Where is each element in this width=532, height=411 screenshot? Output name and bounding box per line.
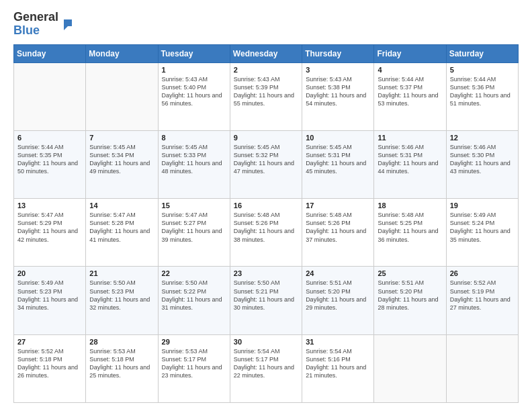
cell-date-number: 1 (162, 66, 226, 74)
cell-info-text: Sunrise: 5:48 AM Sunset: 5:26 PM Dayligh… (234, 211, 298, 244)
cell-info-text: Sunrise: 5:49 AM Sunset: 5:24 PM Dayligh… (450, 211, 515, 244)
weekday-header-wednesday: Wednesday (230, 44, 302, 62)
cell-date-number: 9 (234, 134, 298, 142)
calendar-cell: 7Sunrise: 5:45 AM Sunset: 5:34 PM Daylig… (86, 130, 158, 198)
calendar-cell (446, 334, 518, 402)
weekday-header-thursday: Thursday (302, 44, 374, 62)
calendar-cell: 11Sunrise: 5:46 AM Sunset: 5:31 PM Dayli… (374, 130, 446, 198)
logo-text: General Blue (13, 11, 58, 38)
cell-info-text: Sunrise: 5:45 AM Sunset: 5:33 PM Dayligh… (162, 143, 226, 176)
cell-info-text: Sunrise: 5:51 AM Sunset: 5:20 PM Dayligh… (306, 279, 370, 312)
weekday-header-friday: Friday (374, 44, 446, 62)
cell-info-text: Sunrise: 5:47 AM Sunset: 5:27 PM Dayligh… (162, 211, 226, 244)
week-row-4: 20Sunrise: 5:49 AM Sunset: 5:23 PM Dayli… (14, 267, 519, 334)
calendar-cell: 19Sunrise: 5:49 AM Sunset: 5:24 PM Dayli… (446, 199, 518, 267)
calendar-cell: 16Sunrise: 5:48 AM Sunset: 5:26 PM Dayli… (230, 199, 302, 267)
cell-info-text: Sunrise: 5:43 AM Sunset: 5:38 PM Dayligh… (306, 75, 370, 108)
cell-info-text: Sunrise: 5:44 AM Sunset: 5:36 PM Dayligh… (450, 75, 515, 108)
cell-info-text: Sunrise: 5:44 AM Sunset: 5:35 PM Dayligh… (17, 143, 82, 176)
cell-info-text: Sunrise: 5:47 AM Sunset: 5:28 PM Dayligh… (89, 211, 154, 244)
cell-info-text: Sunrise: 5:48 AM Sunset: 5:25 PM Dayligh… (378, 211, 442, 244)
svg-marker-0 (64, 19, 72, 30)
cell-info-text: Sunrise: 5:53 AM Sunset: 5:18 PM Dayligh… (89, 347, 154, 380)
cell-date-number: 21 (89, 269, 154, 277)
cell-date-number: 7 (89, 134, 154, 142)
calendar-cell: 6Sunrise: 5:44 AM Sunset: 5:35 PM Daylig… (14, 130, 86, 198)
cell-date-number: 23 (234, 269, 298, 277)
cell-info-text: Sunrise: 5:43 AM Sunset: 5:40 PM Dayligh… (162, 75, 226, 108)
cell-info-text: Sunrise: 5:50 AM Sunset: 5:21 PM Dayligh… (234, 279, 298, 312)
calendar-cell: 9Sunrise: 5:45 AM Sunset: 5:32 PM Daylig… (230, 130, 302, 198)
cell-date-number: 15 (162, 201, 226, 210)
calendar-cell: 12Sunrise: 5:46 AM Sunset: 5:30 PM Dayli… (446, 130, 518, 198)
cell-info-text: Sunrise: 5:46 AM Sunset: 5:30 PM Dayligh… (450, 143, 515, 176)
cell-date-number: 11 (378, 134, 442, 142)
cell-info-text: Sunrise: 5:53 AM Sunset: 5:17 PM Dayligh… (162, 347, 226, 380)
cell-info-text: Sunrise: 5:45 AM Sunset: 5:34 PM Dayligh… (89, 143, 154, 176)
cell-info-text: Sunrise: 5:44 AM Sunset: 5:37 PM Dayligh… (378, 75, 442, 108)
cell-date-number: 28 (89, 338, 154, 346)
calendar-cell: 26Sunrise: 5:52 AM Sunset: 5:19 PM Dayli… (446, 267, 518, 334)
calendar-cell: 20Sunrise: 5:49 AM Sunset: 5:23 PM Dayli… (14, 267, 86, 334)
calendar-cell: 30Sunrise: 5:54 AM Sunset: 5:17 PM Dayli… (230, 334, 302, 402)
cell-date-number: 2 (234, 66, 298, 74)
cell-date-number: 29 (162, 338, 226, 346)
logo-blue: Blue (13, 24, 40, 37)
cell-info-text: Sunrise: 5:52 AM Sunset: 5:18 PM Dayligh… (17, 347, 82, 380)
weekday-header-row: SundayMondayTuesdayWednesdayThursdayFrid… (14, 44, 519, 62)
cell-date-number: 30 (234, 338, 298, 346)
cell-date-number: 12 (450, 134, 515, 142)
header: General Blue (13, 11, 519, 38)
weekday-header-monday: Monday (86, 44, 158, 62)
cell-info-text: Sunrise: 5:43 AM Sunset: 5:39 PM Dayligh… (234, 75, 298, 108)
cell-date-number: 31 (306, 338, 370, 346)
cell-info-text: Sunrise: 5:47 AM Sunset: 5:29 PM Dayligh… (17, 211, 82, 244)
page: General Blue SundayMondayTuesdayWednesda… (0, 0, 532, 411)
logo-general: General (13, 10, 58, 24)
cell-date-number: 8 (162, 134, 226, 142)
week-row-1: 1Sunrise: 5:43 AM Sunset: 5:40 PM Daylig… (14, 62, 519, 130)
cell-date-number: 26 (450, 269, 515, 277)
cell-info-text: Sunrise: 5:51 AM Sunset: 5:20 PM Dayligh… (378, 279, 442, 312)
cell-date-number: 4 (378, 66, 442, 74)
cell-date-number: 20 (17, 269, 82, 277)
calendar-cell: 14Sunrise: 5:47 AM Sunset: 5:28 PM Dayli… (86, 199, 158, 267)
calendar-cell: 24Sunrise: 5:51 AM Sunset: 5:20 PM Dayli… (302, 267, 374, 334)
cell-info-text: Sunrise: 5:54 AM Sunset: 5:16 PM Dayligh… (306, 347, 370, 380)
cell-date-number: 19 (450, 201, 515, 210)
calendar-cell (14, 62, 86, 130)
calendar-cell: 13Sunrise: 5:47 AM Sunset: 5:29 PM Dayli… (14, 199, 86, 267)
cell-date-number: 18 (378, 201, 442, 210)
cell-date-number: 13 (17, 201, 82, 210)
calendar-table: SundayMondayTuesdayWednesdayThursdayFrid… (13, 44, 519, 403)
calendar-cell: 25Sunrise: 5:51 AM Sunset: 5:20 PM Dayli… (374, 267, 446, 334)
calendar-cell: 23Sunrise: 5:50 AM Sunset: 5:21 PM Dayli… (230, 267, 302, 334)
calendar-cell: 27Sunrise: 5:52 AM Sunset: 5:18 PM Dayli… (14, 334, 86, 402)
week-row-2: 6Sunrise: 5:44 AM Sunset: 5:35 PM Daylig… (14, 130, 519, 198)
logo-icon (60, 17, 75, 32)
weekday-header-saturday: Saturday (446, 44, 518, 62)
cell-info-text: Sunrise: 5:52 AM Sunset: 5:19 PM Dayligh… (450, 279, 515, 312)
calendar-cell: 4Sunrise: 5:44 AM Sunset: 5:37 PM Daylig… (374, 62, 446, 130)
cell-info-text: Sunrise: 5:50 AM Sunset: 5:22 PM Dayligh… (162, 279, 226, 312)
cell-date-number: 17 (306, 201, 370, 210)
cell-info-text: Sunrise: 5:48 AM Sunset: 5:26 PM Dayligh… (306, 211, 370, 244)
calendar-cell: 29Sunrise: 5:53 AM Sunset: 5:17 PM Dayli… (158, 334, 230, 402)
calendar-cell: 22Sunrise: 5:50 AM Sunset: 5:22 PM Dayli… (158, 267, 230, 334)
cell-date-number: 3 (306, 66, 370, 74)
calendar-cell (86, 62, 158, 130)
cell-date-number: 5 (450, 66, 515, 74)
calendar-cell: 21Sunrise: 5:50 AM Sunset: 5:23 PM Dayli… (86, 267, 158, 334)
calendar-cell: 18Sunrise: 5:48 AM Sunset: 5:25 PM Dayli… (374, 199, 446, 267)
cell-info-text: Sunrise: 5:54 AM Sunset: 5:17 PM Dayligh… (234, 347, 298, 380)
week-row-3: 13Sunrise: 5:47 AM Sunset: 5:29 PM Dayli… (14, 199, 519, 267)
cell-info-text: Sunrise: 5:45 AM Sunset: 5:32 PM Dayligh… (234, 143, 298, 176)
calendar-cell: 5Sunrise: 5:44 AM Sunset: 5:36 PM Daylig… (446, 62, 518, 130)
calendar-cell: 10Sunrise: 5:45 AM Sunset: 5:31 PM Dayli… (302, 130, 374, 198)
cell-date-number: 10 (306, 134, 370, 142)
cell-date-number: 6 (17, 134, 82, 142)
cell-info-text: Sunrise: 5:50 AM Sunset: 5:23 PM Dayligh… (89, 279, 154, 312)
calendar-cell: 3Sunrise: 5:43 AM Sunset: 5:38 PM Daylig… (302, 62, 374, 130)
week-row-5: 27Sunrise: 5:52 AM Sunset: 5:18 PM Dayli… (14, 334, 519, 402)
calendar-cell: 17Sunrise: 5:48 AM Sunset: 5:26 PM Dayli… (302, 199, 374, 267)
